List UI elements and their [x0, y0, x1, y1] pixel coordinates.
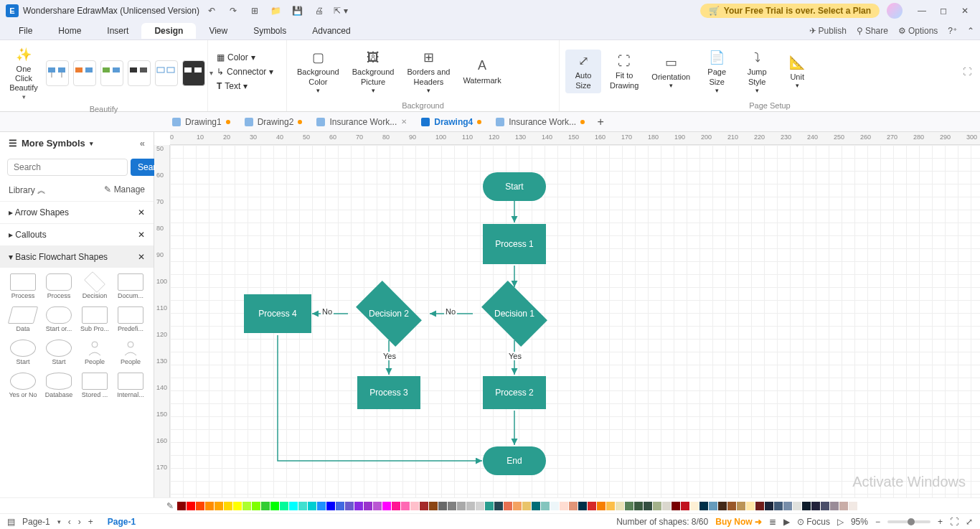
jump-style-button[interactable]: ⤵Jump Style▾: [739, 46, 775, 96]
color-swatch[interactable]: [308, 502, 316, 510]
current-page-label[interactable]: Page-1: [22, 517, 50, 527]
color-swatch[interactable]: [746, 502, 755, 510]
zoom-in-button[interactable]: +: [938, 517, 943, 527]
color-swatch[interactable]: [765, 502, 773, 510]
page-list-button[interactable]: ▤: [7, 517, 15, 527]
page-tab[interactable]: Page-1: [100, 517, 143, 527]
page-size-button[interactable]: 📄Page Size▾: [699, 46, 735, 96]
color-swatch[interactable]: [709, 502, 717, 510]
play-button[interactable]: ▷: [837, 517, 844, 527]
presentation-button[interactable]: ▶: [783, 517, 790, 527]
color-swatch[interactable]: [625, 502, 633, 510]
color-swatch[interactable]: [270, 502, 279, 510]
text-dropdown[interactable]: T Text ▾: [214, 80, 250, 93]
canvas[interactable]: Start Process 1 Decision 1 Decision 2 Pr…: [170, 145, 980, 497]
add-page-button[interactable]: +: [88, 517, 93, 527]
library-toggle[interactable]: Library ︽: [9, 184, 46, 197]
shape-palette-item[interactable]: People: [77, 337, 112, 368]
color-swatch[interactable]: [522, 502, 531, 510]
open-button[interactable]: 📁: [267, 1, 286, 20]
eyedropper-icon[interactable]: ✎: [166, 501, 174, 511]
color-swatch[interactable]: [354, 502, 363, 510]
shape-palette-item[interactable]: Stored ...: [77, 370, 112, 401]
color-swatch[interactable]: [644, 502, 652, 510]
color-swatch[interactable]: [550, 502, 559, 510]
color-swatch[interactable]: [504, 502, 512, 510]
shape-palette-item[interactable]: Start or...: [42, 304, 76, 335]
theme-style-1[interactable]: [46, 60, 69, 86]
maximize-button[interactable]: ◻: [934, 1, 953, 20]
category-arrow-shapes[interactable]: ▸ Arrow Shapes✕: [0, 201, 154, 223]
menu-symbols[interactable]: Symbols: [240, 23, 299, 39]
category-callouts[interactable]: ▸ Callouts✕: [0, 223, 154, 245]
print-button[interactable]: 🖨: [310, 1, 329, 20]
color-swatch[interactable]: [326, 502, 335, 510]
theme-style-3[interactable]: [100, 60, 123, 86]
fit-drawing-button[interactable]: ⛶Fit to Drawing: [606, 50, 643, 93]
more-symbols-label[interactable]: More Symbols: [22, 138, 85, 149]
shape-palette-item[interactable]: Predefi...: [113, 304, 148, 335]
menu-home[interactable]: Home: [45, 23, 94, 39]
color-swatch[interactable]: [830, 502, 839, 510]
color-swatch[interactable]: [448, 502, 456, 510]
color-swatch[interactable]: [494, 502, 503, 510]
color-swatch[interactable]: [513, 502, 522, 510]
color-swatch[interactable]: [233, 502, 242, 510]
color-swatch[interactable]: [215, 502, 223, 510]
color-swatch[interactable]: [699, 502, 708, 510]
focus-button[interactable]: ⊙ Focus: [797, 517, 830, 527]
color-swatch[interactable]: [196, 502, 204, 510]
shape-palette-item[interactable]: Start: [42, 337, 76, 368]
color-swatch[interactable]: [476, 502, 484, 510]
color-swatch[interactable]: [187, 502, 195, 510]
tab-close-icon[interactable]: ✕: [401, 118, 407, 126]
shape-palette-item[interactable]: Docum...: [113, 271, 148, 302]
color-swatch[interactable]: [224, 502, 232, 510]
color-swatch[interactable]: [727, 502, 736, 510]
color-swatch[interactable]: [242, 502, 251, 510]
watermark-button[interactable]: AWatermark: [458, 55, 505, 88]
shape-palette-item[interactable]: Sub Pro...: [77, 304, 112, 335]
doc-tab-3[interactable]: Insurance Work...✕: [309, 112, 414, 131]
color-swatch[interactable]: [821, 502, 829, 510]
color-swatch[interactable]: [569, 502, 578, 510]
color-swatch[interactable]: [466, 502, 475, 510]
shape-palette-item[interactable]: People: [113, 337, 148, 368]
color-swatch[interactable]: [364, 502, 372, 510]
menu-design[interactable]: Design: [141, 23, 196, 39]
color-swatch[interactable]: [560, 502, 568, 510]
doc-tab-2[interactable]: Drawing2: [237, 112, 310, 131]
color-swatch[interactable]: [606, 502, 615, 510]
node-start[interactable]: Start: [483, 172, 546, 201]
color-swatch[interactable]: [597, 502, 606, 510]
close-button[interactable]: ✕: [956, 1, 974, 20]
color-swatch[interactable]: [783, 502, 792, 510]
minimize-button[interactable]: —: [913, 1, 931, 20]
menu-file[interactable]: File: [6, 23, 45, 39]
doc-tab-1[interactable]: Drawing1: [165, 112, 237, 131]
color-swatch[interactable]: [802, 502, 811, 510]
collapse-sidebar-button[interactable]: «: [140, 138, 145, 149]
manage-button[interactable]: ✎ Manage: [104, 184, 145, 197]
layers-button[interactable]: ≣: [769, 517, 776, 527]
collapse-ribbon-button[interactable]: ⌃: [967, 26, 974, 36]
undo-button[interactable]: ↶: [202, 1, 221, 20]
auto-size-button[interactable]: ⤢Auto Size: [565, 50, 601, 93]
new-button[interactable]: ⊞: [245, 1, 264, 20]
color-swatch[interactable]: [755, 502, 764, 510]
doc-tab-5[interactable]: Insurance Work...: [489, 112, 592, 131]
menu-advanced[interactable]: Advanced: [299, 23, 363, 39]
color-swatch[interactable]: [849, 502, 857, 510]
export-button[interactable]: ⇱ ▾: [331, 1, 350, 20]
color-swatch[interactable]: [485, 502, 494, 510]
color-swatch[interactable]: [681, 502, 689, 510]
bg-color-button[interactable]: ▢Background Color▾: [293, 46, 344, 96]
add-tab-button[interactable]: +: [592, 113, 609, 131]
color-swatch[interactable]: [774, 502, 783, 510]
node-process-1[interactable]: Process 1: [483, 224, 546, 264]
options-button[interactable]: ⚙ Options: [898, 26, 938, 36]
color-swatch[interactable]: [373, 502, 382, 510]
color-swatch[interactable]: [588, 502, 596, 510]
close-category-icon[interactable]: ✕: [138, 252, 145, 262]
theme-style-2[interactable]: [73, 60, 96, 86]
